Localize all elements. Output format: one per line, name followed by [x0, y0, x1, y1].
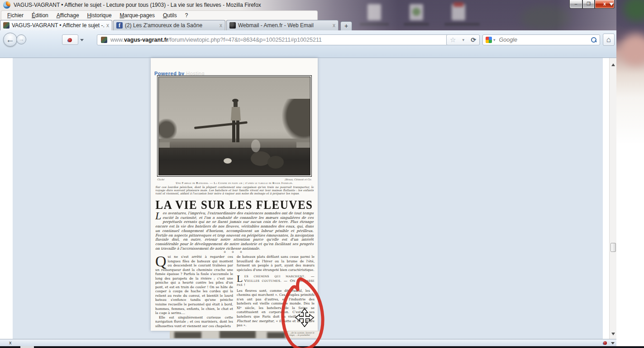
- photo-caption-note: Sur ces lourdes péniches, dont la plupar…: [155, 185, 314, 195]
- titlebar[interactable]: VAGUS-VAGRANT • Afficher le sujet - Lect…: [0, 0, 616, 10]
- search-input[interactable]: [499, 37, 591, 43]
- scrollbar-thumb[interactable]: [611, 243, 616, 252]
- desktop-pink-blob: [620, 34, 644, 66]
- url-prefix: www.: [110, 37, 124, 43]
- article-lead: Les aventures, l'imprévu, l'extraordinai…: [155, 211, 314, 251]
- browser-content: Powered by Hosting: [0, 58, 616, 339]
- new-tab-button[interactable]: +: [340, 21, 352, 30]
- desktop-green-blob: [624, 0, 644, 21]
- tab-label: Webmail - Amen.fr - Web Email: [238, 22, 331, 29]
- menu-bar: Fichier Édition Affichage Historique Mar…: [1, 10, 318, 20]
- google-engine-icon[interactable]: [486, 37, 492, 43]
- search-engine-caret-icon[interactable]: ▾: [493, 38, 496, 42]
- addon-bar: x: [0, 339, 616, 346]
- site-favicon: [101, 37, 107, 43]
- bookmark-star-icon[interactable]: ☆: [450, 36, 456, 44]
- scroll-up-icon[interactable]: [611, 61, 615, 66]
- facebook-favicon: f: [116, 22, 123, 29]
- column-dropcap: Q: [155, 256, 167, 267]
- photo-figures: [159, 77, 310, 175]
- url-bar[interactable]: www.vagus-vagrant.fr/forum/viewtopic.php…: [97, 34, 448, 45]
- addon-bar-caret-icon[interactable]: [611, 342, 615, 346]
- photo-caption-title: Une Famille de Bateliers. — La Cuisine e…: [154, 181, 315, 184]
- tab-label: VAGUS-VAGRANT • Afficher le sujet -...: [12, 22, 105, 29]
- downloadhelper-button[interactable]: [62, 34, 78, 45]
- scroll-down-icon[interactable]: [611, 331, 615, 336]
- url-domain: vagus-vagrant.fr: [124, 37, 168, 43]
- tab-label: (2) Les Z'amoureux de la Saône: [125, 22, 218, 29]
- credit-left: Cliché: [157, 178, 164, 181]
- magazine-scan-image[interactable]: Powered by Hosting: [151, 58, 318, 331]
- back-button[interactable]: ←: [3, 33, 17, 47]
- tab-webmail[interactable]: Webmail - Amen.fr - Web Email x: [226, 20, 339, 30]
- tab-close-icon[interactable]: x: [333, 22, 335, 29]
- search-box[interactable]: ▾: [482, 34, 600, 45]
- home-button[interactable]: ⌂: [603, 34, 615, 46]
- photo-scene: [158, 77, 310, 175]
- window-title: VAGUS-VAGRANT • Afficher le sujet - Lect…: [14, 2, 261, 8]
- webmail-favicon: [229, 22, 236, 29]
- article-title: LA VIE SUR LES FLEUVES: [151, 198, 318, 212]
- downloadhelper-statusbar-icon[interactable]: [603, 341, 607, 345]
- menu-edition[interactable]: Édition: [28, 11, 52, 19]
- photo-credits: Cliché [Braun, Clément et Cie.: [157, 178, 312, 181]
- tab-vagus-vagrant[interactable]: VAGUS-VAGRANT • Afficher le sujet -... x: [0, 20, 112, 30]
- downloadhelper-caret-icon[interactable]: [80, 39, 84, 43]
- restore-button[interactable]: ❐: [582, 0, 595, 9]
- lead-dropcap: L: [155, 212, 161, 220]
- column-left: Qui ne s'est arrêté à regarder ces longu…: [155, 255, 233, 330]
- taskbar-button[interactable]: [20, 346, 34, 348]
- reload-icon[interactable]: ⟳: [471, 36, 476, 44]
- taskbar-edge[interactable]: [0, 346, 644, 348]
- menu-marque-pages[interactable]: Marque-pages: [116, 11, 159, 19]
- section-heading: Les chemins qui marchent. — Vieilles cou…: [237, 274, 315, 287]
- downloadhelper-icon: [68, 38, 72, 42]
- forward-button[interactable]: →: [16, 34, 26, 44]
- bookmark-reload-group: ☆ ▾ ⟳: [446, 34, 480, 45]
- menu-outils[interactable]: Outils: [159, 11, 181, 19]
- next-image-sliver: ...de la cuisine, lavent le linge, ...le…: [170, 331, 321, 338]
- minimize-button[interactable]: –: [569, 0, 582, 9]
- screen: VAGUS-VAGRANT • Afficher le sujet - Lect…: [0, 0, 644, 348]
- menu-affichage[interactable]: Affichage: [52, 11, 83, 19]
- tab-facebook[interactable]: f (2) Les Z'amoureux de la Saône x: [113, 20, 225, 30]
- bookmark-caret-icon[interactable]: ▾: [463, 38, 465, 42]
- article-columns: Qui ne s'est arrêté à regarder ces longu…: [155, 255, 315, 330]
- search-icon[interactable]: [591, 37, 597, 43]
- menu-aide[interactable]: ?: [181, 11, 192, 19]
- firefox-icon: [3, 1, 10, 9]
- sliver-caption-text: ...de la cuisine, lavent le linge, ...le…: [288, 331, 320, 338]
- latin-motto: Fluctuat nec mergitur: [237, 319, 274, 323]
- section-ornament: o o o: [151, 250, 318, 253]
- url-path: /forum/viewtopic.php?f=47&t=8634&p=10025…: [168, 37, 322, 43]
- firefox-window: VAGUS-VAGRANT • Afficher le sujet - Lect…: [0, 0, 616, 346]
- addon-bar-close-button[interactable]: x: [9, 340, 12, 345]
- window-controls: – ❐ x: [569, 0, 615, 9]
- column-right: de bateaux plats défilant sans cesse par…: [237, 255, 315, 330]
- tab-close-icon[interactable]: x: [219, 22, 222, 29]
- tab-close-icon[interactable]: x: [106, 22, 109, 29]
- menu-historique[interactable]: Historique: [83, 11, 116, 19]
- navigation-toolbar: ← → www.vagus-vagrant.fr/forum/viewtopic…: [0, 30, 616, 58]
- list-all-tabs-icon[interactable]: [609, 3, 614, 8]
- bateliers-photo: [157, 75, 312, 177]
- menu-fichier[interactable]: Fichier: [3, 11, 28, 19]
- credit-right: [Braun, Clément et Cie.: [285, 178, 312, 181]
- vagus-favicon: [3, 22, 10, 29]
- tab-strip: VAGUS-VAGRANT • Afficher le sujet -... x…: [0, 20, 616, 30]
- vertical-scrollbar[interactable]: [609, 58, 616, 339]
- heading-dropcap: L: [237, 275, 243, 282]
